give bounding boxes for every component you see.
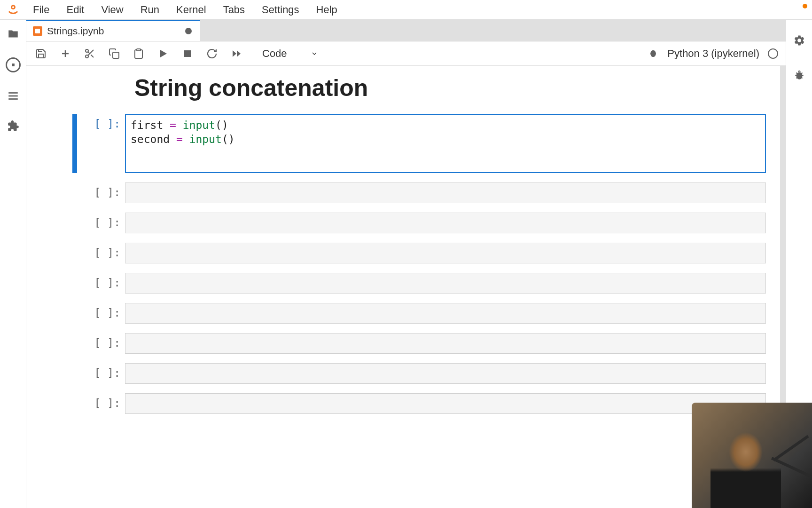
running-icon[interactable] [6,57,21,72]
menu-settings[interactable]: Settings [253,1,308,19]
code-input[interactable]: first = input()second = input() [125,114,766,173]
cell-prompt: [ ]: [72,303,125,324]
kernel-status-icon[interactable] [768,48,778,59]
svg-marker-16 [233,50,236,57]
svg-line-23 [801,73,802,74]
code-input[interactable] [125,303,766,324]
toc-icon[interactable] [7,89,20,103]
code-cell[interactable]: [ ]: [26,183,780,213]
toolbar-right: Python 3 (ipykernel) [648,48,778,60]
svg-point-8 [86,55,88,58]
svg-line-10 [91,55,94,57]
cell-prompt: [ ]: [72,363,125,384]
code-cell-active[interactable]: [ ]: first = input()second = input() [26,114,780,183]
cut-button[interactable] [83,47,97,61]
left-sidebar [0,20,26,508]
code-input[interactable] [125,183,766,203]
restart-run-all-button[interactable] [229,47,243,61]
menu-kernel[interactable]: Kernel [168,1,215,19]
code-input[interactable] [125,393,766,414]
cell-prompt: [ ]: [72,213,125,233]
webcam-overlay [692,403,812,508]
code-cell[interactable]: [ ]: [26,273,780,303]
svg-line-24 [796,77,797,78]
code-cell[interactable]: [ ]: [26,213,780,243]
svg-rect-15 [184,50,191,57]
notebook-icon [33,26,42,36]
svg-marker-14 [160,50,167,57]
code-input[interactable] [125,333,766,354]
code-input[interactable] [125,243,766,263]
cell-prompt: [ ]: [72,183,125,203]
svg-rect-13 [137,49,141,51]
folder-icon[interactable] [7,27,20,40]
add-cell-button[interactable] [58,47,72,61]
cell-prompt: [ ]: [72,273,125,294]
code-cell[interactable]: [ ]: [26,363,780,393]
active-cell-marker [72,114,77,173]
paste-button[interactable] [132,47,146,61]
status-dot [803,4,807,8]
svg-point-18 [650,51,656,56]
content-area: Strings.ipynb [26,20,786,508]
kernel-name[interactable]: Python 3 (ipykernel) [667,48,759,60]
cell-prompt: [ ]: [72,114,125,173]
code-cell[interactable]: [ ]: [26,333,780,363]
top-menubar: File Edit View Run Kernel Tabs Settings … [0,0,812,20]
property-inspector-icon[interactable] [793,34,806,47]
tab-bar: Strings.ipynb [26,20,786,41]
unsaved-indicator-icon [185,28,192,34]
cell-type-label: Code [262,48,287,60]
svg-line-22 [796,73,797,74]
stop-button[interactable] [180,47,195,61]
chevron-down-icon [311,50,318,57]
cell-type-dropdown[interactable]: Code [258,46,322,62]
code-cell[interactable]: [ ]: [26,303,780,333]
notebook-body[interactable]: String concatenation [ ]: first = input(… [26,66,786,508]
save-button[interactable] [34,47,48,61]
restart-button[interactable] [205,47,219,61]
main-layout: Strings.ipynb [0,20,812,508]
svg-rect-12 [113,52,119,58]
cell-prompt: [ ]: [72,333,125,354]
menu-run[interactable]: Run [132,1,168,19]
svg-line-25 [801,77,802,78]
debugger-panel-icon[interactable] [793,69,806,82]
debugger-icon[interactable] [648,48,659,59]
menu-items-container: File Edit View Run Kernel Tabs Settings … [24,1,346,19]
svg-rect-1 [12,64,15,66]
menu-file[interactable]: File [24,1,58,19]
tab-title: Strings.ipynb [47,25,104,37]
svg-point-0 [12,5,15,8]
cell-prompt: [ ]: [72,243,125,263]
menu-view[interactable]: View [93,1,132,19]
svg-marker-17 [237,50,241,57]
cell-prompt: [ ]: [72,393,125,414]
microphone-arm [770,433,812,494]
extensions-icon[interactable] [7,119,20,133]
copy-button[interactable] [107,47,121,61]
code-input[interactable] [125,363,766,384]
code-input[interactable] [125,213,766,233]
svg-line-11 [88,52,90,54]
tab-notebook[interactable]: Strings.ipynb [26,20,200,41]
menu-tabs[interactable]: Tabs [215,1,253,19]
menu-edit[interactable]: Edit [58,1,93,19]
svg-point-7 [86,49,88,52]
run-button[interactable] [156,47,170,61]
jupyter-logo[interactable] [2,3,24,16]
notebook-toolbar: Code Python 3 (ipykernel) [26,41,786,66]
menu-help[interactable]: Help [308,1,346,19]
code-cell[interactable]: [ ]: [26,243,780,273]
markdown-heading: String concatenation [134,74,766,102]
markdown-cell[interactable]: String concatenation [26,74,780,114]
code-cell[interactable]: [ ]: [26,393,780,423]
code-input[interactable] [125,273,766,294]
